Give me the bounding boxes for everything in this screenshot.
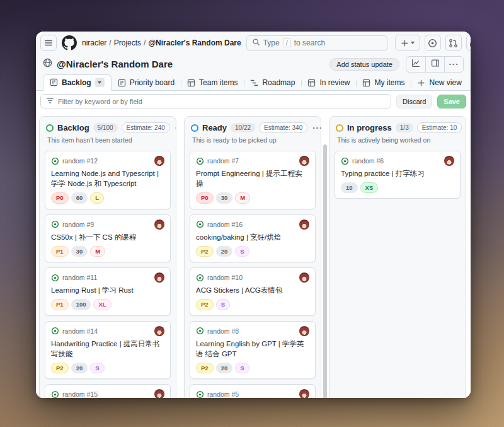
card-ref[interactable]: random #11 xyxy=(62,274,97,281)
card-random-6[interactable]: random #6Typing practice | 打字练习10XS xyxy=(335,151,461,199)
tab-in-review[interactable]: In review xyxy=(301,76,356,90)
card-ref[interactable]: random #10 xyxy=(207,274,243,281)
breadcrumb-separator: / xyxy=(109,38,111,47)
card-ref[interactable]: random #15 xyxy=(62,390,98,398)
label-pill: 20 xyxy=(216,363,233,373)
search-placeholder: Type xyxy=(263,38,280,47)
label-pill: P2 xyxy=(196,299,214,310)
column-menu-button[interactable]: ··· xyxy=(466,123,466,132)
column-estimate-badge: Estimate: 10 xyxy=(417,122,462,133)
global-search-input[interactable]: Type / to search xyxy=(246,35,387,51)
breadcrumb-project-name[interactable]: @Niracler's Random Dare xyxy=(148,38,241,47)
card-title[interactable]: ACG Stickers | ACG表情包 xyxy=(196,285,309,295)
label-pill: P2 xyxy=(51,363,69,373)
assignee-avatar[interactable] xyxy=(299,389,309,398)
project-menu-button[interactable]: ··· xyxy=(444,57,463,72)
search-icon xyxy=(252,38,260,48)
column-menu-button[interactable]: ··· xyxy=(174,123,176,132)
discard-button[interactable]: Discard xyxy=(396,95,432,108)
card-random-16[interactable]: random #16cooking/baking | 烹饪/烘焙P220S xyxy=(190,214,316,262)
label-pill: S xyxy=(235,246,249,257)
column-status-icon xyxy=(191,124,198,132)
tab-roadmap[interactable]: Roadmap xyxy=(244,76,301,90)
inbox-button[interactable] xyxy=(466,35,471,51)
card-header: random #16 xyxy=(196,219,309,230)
tab-options-button[interactable] xyxy=(95,78,105,87)
card-ref[interactable]: random #5 xyxy=(207,390,239,398)
tab-my-items[interactable]: My items xyxy=(356,76,411,90)
tab-label: New view xyxy=(429,78,461,87)
filter-input[interactable]: Filter by keyword or by field xyxy=(40,94,391,108)
insights-button[interactable] xyxy=(406,57,425,72)
tab-team-items[interactable]: Team items xyxy=(181,76,244,90)
label-pill: S xyxy=(235,363,249,373)
card-random-8[interactable]: random #8Learning English by GPT | 学学英语 … xyxy=(190,321,316,380)
card-ref[interactable]: random #9 xyxy=(62,221,94,228)
card-ref[interactable]: random #14 xyxy=(62,327,98,335)
card-ref[interactable]: random #8 xyxy=(207,327,239,335)
card-random-7[interactable]: random #7Prompt Engineering | 提示工程实操P030… xyxy=(190,151,316,209)
assignee-avatar[interactable] xyxy=(299,156,309,166)
column-count-badge: 1/3 xyxy=(396,123,413,132)
assignee-avatar[interactable] xyxy=(154,389,164,398)
card-ref[interactable]: random #12 xyxy=(62,157,98,165)
card-ref[interactable]: random #16 xyxy=(207,221,243,228)
issue-opened-icon xyxy=(341,157,349,165)
assignee-avatar[interactable] xyxy=(154,156,164,166)
assignee-avatar[interactable] xyxy=(154,219,164,230)
issues-button[interactable] xyxy=(425,35,441,51)
breadcrumb-user[interactable]: niracler xyxy=(82,38,106,47)
ready-column-scrollbar[interactable] xyxy=(323,144,327,398)
tab-label: Priority board xyxy=(130,78,175,87)
column-ready: Ready10/22Estimate: 340···This is ready … xyxy=(184,116,321,398)
tab-priority-board[interactable]: Priority board xyxy=(112,76,181,90)
github-logo-icon[interactable] xyxy=(62,35,77,50)
filter-placeholder: Filter by keyword or by field xyxy=(58,98,142,105)
card-title[interactable]: Prompt Engineering | 提示工程实操 xyxy=(196,168,309,189)
assignee-avatar[interactable] xyxy=(299,272,309,283)
inbox-icon xyxy=(469,38,471,48)
tab-backlog[interactable]: Backlog xyxy=(43,74,112,91)
assignee-avatar[interactable] xyxy=(154,326,164,336)
card-title[interactable]: Learning Rust | 学习 Rust xyxy=(51,285,164,295)
assignee-avatar[interactable] xyxy=(299,326,309,336)
card-random-14[interactable]: random #14Handwriting Practice | 提高日常书写技… xyxy=(45,321,171,380)
card-ref[interactable]: random #6 xyxy=(352,157,384,165)
assignee-avatar[interactable] xyxy=(444,156,454,166)
plus-icon xyxy=(417,79,425,87)
topbar-actions xyxy=(395,35,471,51)
card-random-12[interactable]: random #12Learning Node.js and Typescrip… xyxy=(45,151,171,209)
pull-requests-button[interactable] xyxy=(445,35,462,51)
save-button[interactable]: Save xyxy=(437,95,466,108)
card-title[interactable]: Typing practice | 打字练习 xyxy=(341,168,454,178)
card-labels: P220S xyxy=(196,363,309,373)
new-view-button[interactable]: New view xyxy=(411,76,467,90)
column-menu-button[interactable]: ··· xyxy=(311,123,321,132)
side-panel-icon xyxy=(431,59,440,70)
issue-opened-icon xyxy=(196,390,204,398)
card-title[interactable]: CS50x | 补一下 CS 的课程 xyxy=(51,232,164,242)
card-title[interactable]: Handwriting Practice | 提高日常书写技能 xyxy=(51,339,164,359)
column-header: In progress1/3Estimate: 10··· xyxy=(329,117,466,135)
card-title[interactable]: cooking/baking | 烹饪/烘焙 xyxy=(196,232,309,242)
card-random-15[interactable]: random #15Drawing Skills Training | 画画技能… xyxy=(45,384,171,398)
card-ref[interactable]: random #7 xyxy=(207,157,239,165)
card-random-10[interactable]: random #10ACG Stickers | ACG表情包P2S xyxy=(190,267,316,315)
label-pill: P2 xyxy=(196,363,214,373)
card-random-5[interactable]: random #5Leetcode 40 Problems | Leetcode… xyxy=(190,384,316,398)
create-new-button[interactable] xyxy=(395,35,420,51)
column-header: Ready10/22Estimate: 340··· xyxy=(185,117,321,135)
card-random-9[interactable]: random #9CS50x | 补一下 CS 的课程P130M xyxy=(45,214,171,262)
hamburger-icon xyxy=(44,38,53,47)
assignee-avatar[interactable] xyxy=(299,219,309,230)
label-pill: 60 xyxy=(71,192,88,203)
hamburger-menu-button[interactable] xyxy=(40,35,57,51)
card-labels: P2S xyxy=(196,299,309,310)
card-random-11[interactable]: random #11Learning Rust | 学习 RustP1100XL xyxy=(45,267,171,315)
side-panel-button[interactable] xyxy=(425,57,444,72)
breadcrumb-projects[interactable]: Projects xyxy=(114,38,141,47)
card-title[interactable]: Learning English by GPT | 学学英语 结合 GPT xyxy=(196,339,309,359)
add-status-update-button[interactable]: Add status update xyxy=(329,58,399,71)
assignee-avatar[interactable] xyxy=(154,272,164,283)
card-title[interactable]: Learning Node.js and Typescript | 学学 Nod… xyxy=(51,168,164,189)
